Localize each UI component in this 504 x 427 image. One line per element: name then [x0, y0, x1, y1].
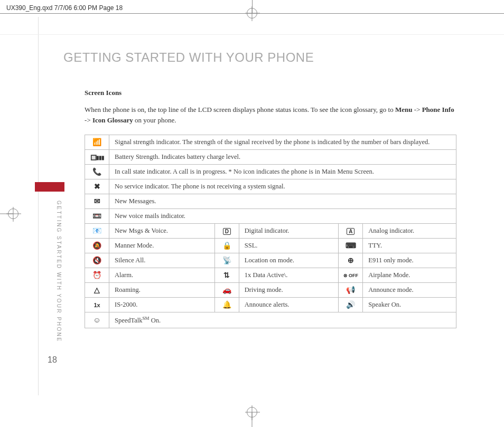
speaker-on-desc: Speaker On.	[363, 298, 456, 312]
driving-mode-desc: Driving mode.	[239, 283, 339, 298]
page-content: GETTING STARTED WITH YOUR PHONE Screen I…	[63, 50, 456, 328]
table-row: 📧 New Msgs & Voice. D Digital indicator.…	[85, 224, 456, 239]
analog-icon: A	[339, 224, 363, 239]
crop-header-text: UX390_Eng.qxd 7/7/06 6:00 PM Page 18	[6, 4, 123, 12]
table-row: 1x IS-2000. 🔔 Announce alerts. 🔊 Speaker…	[85, 298, 456, 312]
location-on-icon: 📡	[214, 253, 239, 268]
is2000-desc: IS-2000.	[109, 298, 215, 312]
registration-mark-left-icon	[8, 208, 18, 219]
crop-mark-top	[236, 0, 268, 13]
intro-post: on your phone.	[133, 116, 176, 124]
speedtalk-icon: ☺	[85, 312, 109, 328]
tty-desc: TTY.	[363, 239, 456, 253]
airplane-mode-desc: Airplane Mode.	[363, 268, 456, 283]
location-on-desc: Location on mode.	[239, 253, 339, 268]
no-service-desc: No service indicator. The phone is not r…	[109, 179, 456, 194]
hairline-top	[0, 34, 504, 35]
roaming-desc: Roaming.	[109, 283, 215, 298]
manner-mode-icon: 🔕	[85, 239, 109, 253]
page-number: 18	[48, 355, 57, 365]
table-row: ⏰ Alarm. ⇅ 1x Data Active\. ⊗ OFF Airpla…	[85, 268, 456, 283]
table-row: ☺ SpeedTalkSM On.	[85, 312, 456, 328]
data-active-icon: ⇅	[214, 268, 239, 283]
table-row: 📞 In call state indicator. A call is in …	[85, 165, 456, 179]
analog-desc: Analog indicator.	[363, 224, 456, 239]
intro-arrow-2: ->	[85, 116, 92, 124]
intro-glossary-bold: Icon Glossary	[92, 116, 133, 124]
silence-all-icon: 🔇	[85, 253, 109, 268]
e911-desc: E911 only mode.	[363, 253, 456, 268]
digital-icon: D	[214, 224, 239, 239]
signal-strength-icon: 📶	[85, 135, 109, 150]
intro-phoneinfo-bold: Phone Info	[422, 106, 454, 113]
side-heading: GETTING STARTED WITH YOUR PHONE	[56, 201, 62, 343]
roaming-icon: △	[85, 283, 109, 298]
registration-mark-icon	[247, 8, 257, 18]
table-row: 📼 New voice mails indicator.	[85, 209, 456, 224]
voicemail-desc: New voice mails indicator.	[109, 209, 456, 224]
no-service-icon: ✖	[85, 179, 109, 194]
icon-glossary-table: 📶 Signal strength indicator. The strengt…	[85, 135, 456, 328]
alarm-desc: Alarm.	[109, 268, 215, 283]
data-active-desc: 1x Data Active\.	[239, 268, 339, 283]
intro-paragraph: When the phone is on, the top line of th…	[85, 105, 456, 125]
is2000-icon: 1x	[85, 298, 109, 312]
speaker-on-icon: 🔊	[339, 298, 363, 312]
airplane-mode-icon: ⊗ OFF	[339, 268, 363, 283]
battery-desc: Battery Strength. Indicates battery char…	[109, 150, 456, 165]
new-messages-desc: New Messages.	[109, 194, 456, 209]
announce-alerts-desc: Announce alerts.	[239, 298, 339, 312]
registration-mark-bottom-icon	[247, 407, 257, 417]
digital-desc: Digital indicator.	[239, 224, 339, 239]
silence-all-desc: Silence All.	[109, 253, 215, 268]
manner-mode-desc: Manner Mode.	[109, 239, 215, 253]
battery-icon: 🔲▮▮▮	[85, 150, 109, 165]
announce-mode-icon: 📢	[339, 283, 363, 298]
new-messages-icon: ✉	[85, 194, 109, 209]
speedtalk-desc: SpeedTalkSM On.	[109, 312, 456, 328]
in-call-icon: 📞	[85, 165, 109, 179]
alarm-icon: ⏰	[85, 268, 109, 283]
e911-icon: ⊕	[339, 253, 363, 268]
announce-alerts-icon: 🔔	[214, 298, 239, 312]
table-row: 🔲▮▮▮ Battery Strength. Indicates battery…	[85, 150, 456, 165]
intro-text: When the phone is on, the top line of th…	[85, 106, 395, 113]
table-row: 🔇 Silence All. 📡 Location on mode. ⊕ E91…	[85, 253, 456, 268]
intro-menu-bold: Menu	[395, 106, 413, 113]
table-row: ✉ New Messages.	[85, 194, 456, 209]
tty-icon: ⌨	[339, 239, 363, 253]
msgs-voice-desc: New Msgs & Voice.	[109, 224, 215, 239]
trim-line-left	[38, 17, 39, 395]
voicemail-icon: 📼	[85, 209, 109, 224]
intro-arrow-1: ->	[412, 106, 422, 113]
ssl-icon: 🔒	[214, 239, 239, 253]
table-row: 🔕 Manner Mode. 🔒 SSL. ⌨ TTY.	[85, 239, 456, 253]
ssl-desc: SSL.	[239, 239, 339, 253]
driving-mode-icon: 🚗	[214, 283, 239, 298]
announce-mode-desc: Announce mode.	[363, 283, 456, 298]
page-heading: GETTING STARTED WITH YOUR PHONE	[63, 50, 456, 65]
signal-strength-desc: Signal strength indicator. The strength …	[109, 135, 456, 150]
table-row: △ Roaming. 🚗 Driving mode. 📢 Announce mo…	[85, 283, 456, 298]
section-tab	[35, 182, 64, 192]
table-row: ✖ No service indicator. The phone is not…	[85, 179, 456, 194]
section-title: Screen Icons	[85, 89, 456, 97]
table-row: 📶 Signal strength indicator. The strengt…	[85, 135, 456, 150]
in-call-desc: In call state indicator. A call is in pr…	[109, 165, 456, 179]
msgs-voice-icon: 📧	[85, 224, 109, 239]
